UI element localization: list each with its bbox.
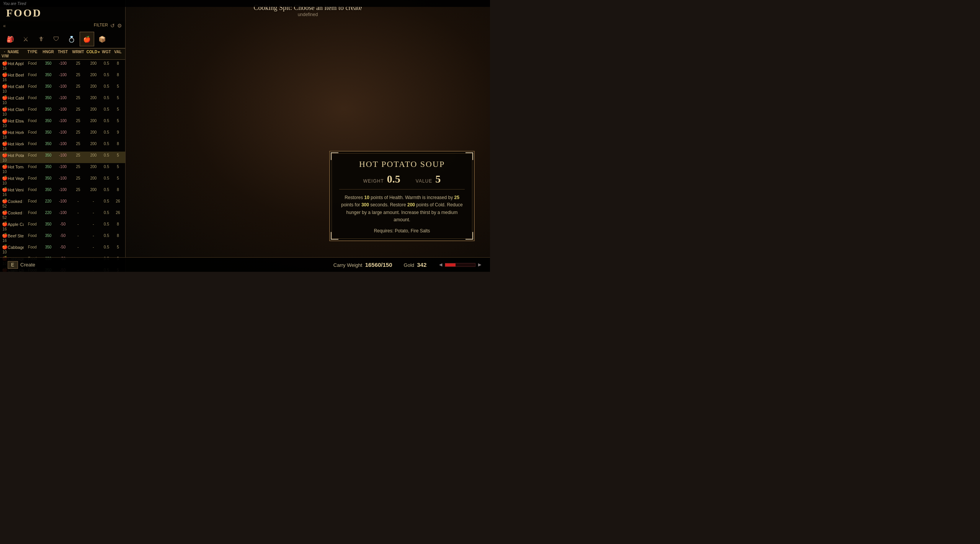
table-row[interactable]: 🍎 Hot Tomato Soup Food 350 -100 25 200 0… (0, 163, 125, 175)
item-thst: -100 (56, 96, 70, 100)
col-cold[interactable]: COLD▼ (86, 50, 101, 54)
item-cold: - (86, 234, 101, 238)
weight-value: 0.5 (387, 173, 400, 185)
item-type: Food (24, 142, 41, 146)
filter-nav: « (3, 23, 6, 29)
item-hngr: 350 (41, 107, 56, 111)
cat-misc[interactable]: 📦 (95, 32, 109, 46)
table-row[interactable]: 🍎 Hot Elsweyr Fondue Food 350 -100 25 20… (0, 117, 125, 129)
item-name: Hot Tomato Soup (8, 165, 24, 169)
game-world: Cooking Spit: Choose an item to create u… (126, 0, 490, 272)
item-wgt: 0.5 (101, 130, 112, 134)
col-vw: V/W (2, 54, 8, 58)
item-type: Food (24, 84, 41, 88)
item-name: Hot Elsweyr Fondue (8, 119, 24, 123)
item-wgt: 0.5 (101, 84, 112, 88)
filter-back-arrow[interactable]: « (3, 23, 6, 29)
filter-refresh-icon[interactable]: ↺ (110, 23, 115, 29)
item-thst: -100 (56, 211, 70, 215)
table-row[interactable]: 🍎 Apple Cabbage Stew Food 350 -50 - - 0.… (0, 221, 125, 232)
item-thst: -100 (56, 176, 70, 180)
item-hngr: 350 (41, 245, 56, 249)
table-row[interactable]: 🍎 Hot Vegetable Soup Food 350 -100 25 20… (0, 175, 125, 186)
item-vw: 18 (2, 135, 8, 139)
table-row[interactable]: 🍎 Cooked Mammoth Steak Food 220 -100 - -… (0, 198, 125, 209)
cat-food[interactable]: 🍎 (80, 32, 94, 46)
item-thst: -100 (56, 188, 70, 192)
item-val: 5 (112, 165, 124, 169)
item-wgt: 0.5 (101, 188, 112, 192)
table-row[interactable]: 🍎 Hot Horker and Ash Yam Stew Food 350 -… (0, 129, 125, 140)
item-wrmt: - (70, 222, 86, 226)
cat-armor[interactable]: 🛡 (49, 32, 64, 46)
table-row[interactable]: 🍎 Hot Apple Cabbage Stew Food 350 -100 2… (0, 60, 125, 71)
item-food-icon: 🍎 (2, 210, 8, 216)
create-action: E Create (8, 261, 35, 269)
item-type: Food (24, 107, 41, 111)
table-row[interactable]: 🍎 Hot Cabbage Potato Soup Food 350 -100 … (0, 83, 125, 94)
item-hngr: 350 (41, 176, 56, 180)
item-thst: -100 (56, 73, 70, 77)
item-hngr: 220 (41, 199, 56, 203)
table-row[interactable]: 🍎 Hot Cabbage Soup Food 350 -100 25 200 … (0, 94, 125, 106)
item-wrmt: 25 (70, 188, 86, 192)
item-wgt: 0.5 (101, 119, 112, 123)
corner-tl (331, 152, 338, 160)
item-cold: - (86, 211, 101, 215)
item-wrmt: - (70, 211, 86, 215)
item-thst: -50 (56, 222, 70, 226)
item-hngr: 350 (41, 119, 56, 123)
carry-weight-value: 16560/150 (365, 261, 392, 268)
create-key[interactable]: E (8, 261, 18, 269)
item-wgt: 0.5 (101, 73, 112, 77)
cat-rings[interactable]: 💍 (64, 32, 79, 46)
item-vw: 16 (2, 239, 8, 243)
item-val: 5 (112, 176, 124, 180)
value-group: VALUE 5 (416, 173, 441, 185)
item-food-icon: 🍎 (2, 233, 8, 239)
item-vw: 16 (2, 227, 8, 231)
item-thst: -100 (56, 130, 70, 134)
table-row[interactable]: 🍎 Beef Stew Food 350 -50 - - 0.5 8 16 (0, 232, 125, 243)
filter-settings-icon[interactable]: ⚙ (117, 23, 122, 29)
table-row[interactable]: 🍎 Hot Potato Soup Food 350 -100 25 200 0… (0, 152, 125, 163)
table-row[interactable]: 🍎 Cooked Pork Meat Food 220 -100 - - 0.5… (0, 209, 125, 221)
item-thst: -100 (56, 165, 70, 169)
item-cold: - (86, 245, 101, 249)
table-row[interactable]: 🍎 Hot Beef Stew Food 350 -100 25 200 0.5… (0, 71, 125, 83)
col-name: NAME (8, 50, 24, 54)
item-wrmt: - (70, 199, 86, 203)
item-wrmt: 25 (70, 165, 86, 169)
item-food-icon: 🍎 (2, 198, 8, 204)
item-vw: 52 (2, 204, 8, 208)
item-wgt: 0.5 (101, 107, 112, 111)
item-vw: 16 (2, 147, 8, 151)
col-hngr: HNGR (41, 50, 56, 54)
item-vw: 10 (2, 124, 8, 128)
health-bar (445, 263, 475, 267)
table-row[interactable]: 🍎 Hot Horker Stew Food 350 -100 25 200 0… (0, 140, 125, 152)
item-type: Food (24, 61, 41, 65)
detail-card: HOT POTATO SOUP WEIGHT 0.5 VALUE 5 Resto… (329, 151, 475, 241)
cat-weapons[interactable]: ⚔ (18, 32, 33, 46)
item-name: Beef Stew (8, 234, 24, 238)
col-thst: THST (56, 50, 70, 54)
cat-daggers[interactable]: 🗡 (34, 32, 48, 46)
item-name: Hot Clam Chowder (8, 107, 24, 112)
table-row[interactable]: 🍎 Cabbage Potato Soup Food 350 -50 - - 0… (0, 243, 125, 255)
detail-description: Restores 10 points of Health. Warmth is … (339, 194, 465, 224)
health-bar-container: ◄ ► (438, 262, 482, 268)
item-type: Food (24, 234, 41, 238)
create-label: Create (20, 262, 35, 268)
item-name: Hot Cabbage Soup (8, 96, 24, 100)
corner-bl (331, 232, 338, 240)
item-type: Food (24, 119, 41, 123)
item-thst: -100 (56, 199, 70, 203)
cat-all[interactable]: 🎒 (3, 32, 18, 46)
item-name: Cooked Pork Meat (8, 211, 24, 215)
item-hngr: 350 (41, 73, 56, 77)
item-food-icon: 🍎 (2, 141, 8, 147)
table-row[interactable]: 🍎 Hot Venison Stew Food 350 -100 25 200 … (0, 186, 125, 198)
item-cold: 200 (86, 119, 101, 123)
table-row[interactable]: 🍎 Hot Clam Chowder Food 350 -100 25 200 … (0, 106, 125, 117)
